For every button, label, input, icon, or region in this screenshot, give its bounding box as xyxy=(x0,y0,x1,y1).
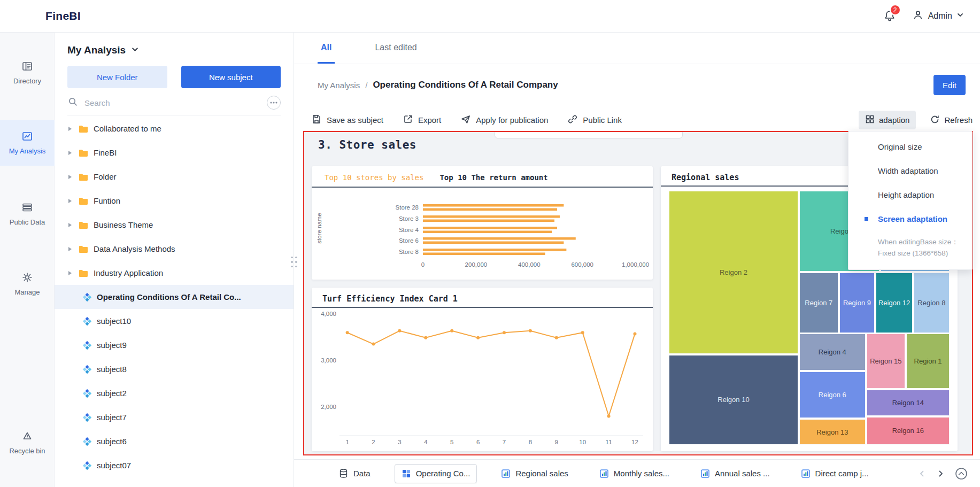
menu-item-width-adaptation[interactable]: Width adaptation xyxy=(848,159,972,183)
main-content: AllLast edited My Analysis / Operating C… xyxy=(294,33,980,487)
tree-item-subject7[interactable]: subject7 xyxy=(55,405,294,429)
treemap-tile-region-1[interactable]: Region 1 xyxy=(906,334,950,389)
dashboard-title: 3. Store sales xyxy=(318,138,416,151)
new-subject-button[interactable]: New subject xyxy=(181,66,281,88)
more-options-icon[interactable] xyxy=(267,96,281,110)
refresh-button[interactable]: Refresh xyxy=(930,114,973,126)
search-input[interactable] xyxy=(83,96,261,109)
bottom-tab-monthly-sales[interactable]: Monthly sales... xyxy=(592,464,676,483)
public-link-button[interactable]: Public Link xyxy=(567,114,622,126)
treemap-tile-region-9[interactable]: Region 9 xyxy=(839,273,875,333)
adaption-button[interactable]: adaption xyxy=(859,111,916,129)
tile-label: Reigon 10 xyxy=(717,396,749,404)
treemap-tile-reigon-2[interactable]: Reigon 2 xyxy=(669,191,798,354)
treemap-tile-region-8[interactable]: Region 8 xyxy=(914,273,950,333)
tree-item-folder[interactable]: Folder xyxy=(55,165,294,189)
expand-caret-icon[interactable] xyxy=(68,223,72,227)
svg-text:0: 0 xyxy=(421,261,425,268)
tab-last-edited[interactable]: Last edited xyxy=(372,33,420,64)
expand-caret-icon[interactable] xyxy=(68,175,72,179)
tree-item-business-theme[interactable]: Business Theme xyxy=(55,213,294,237)
adaption-note-line2: Fixed size (1366*658) xyxy=(878,248,962,259)
menu-item-original-size[interactable]: Original size xyxy=(848,135,972,159)
recycle-icon xyxy=(21,430,33,442)
export-button[interactable]: Export xyxy=(403,114,441,126)
tree-item-subject6[interactable]: subject6 xyxy=(55,429,294,453)
tree-item-funtion[interactable]: Funtion xyxy=(55,189,294,213)
bottom-tab-data[interactable]: Data xyxy=(331,463,377,483)
public-link-label: Public Link xyxy=(583,115,622,125)
chart-icon xyxy=(700,469,710,478)
expand-caret-icon[interactable] xyxy=(68,151,72,155)
tree-item-data-analysis-methods[interactable]: Data Analysis Methods xyxy=(55,237,294,261)
svg-text:6: 6 xyxy=(476,439,480,445)
treemap-tile-reigon-15[interactable]: Reigon 15 xyxy=(867,334,905,389)
apply-for-publication-button[interactable]: Apply for publication xyxy=(460,114,548,126)
menu-item-height-adaption[interactable]: Height adaption xyxy=(848,183,972,207)
tree-item-subject9[interactable]: subject9 xyxy=(55,333,294,357)
tree-item-subject8[interactable]: subject8 xyxy=(55,357,294,381)
save-as-subject-button[interactable]: Save as subject xyxy=(311,114,383,126)
svg-text:Store 4: Store 4 xyxy=(399,227,419,233)
treemap-tile-reigon-12[interactable]: Reigon 12 xyxy=(876,273,912,333)
panel-resize-handle[interactable] xyxy=(290,251,298,273)
user-menu[interactable]: Admin xyxy=(912,9,964,23)
bottom-tab-direct-camp-j[interactable]: Direct camp j... xyxy=(794,464,876,483)
chart-tab-top10-return-amount[interactable]: Top 10 The return amount xyxy=(439,173,547,182)
tile-label: Reigon 14 xyxy=(892,399,924,407)
rail-item-recycle-bin[interactable]: Recycle bin xyxy=(0,420,55,466)
rail-item-label: My Analysis xyxy=(9,147,46,155)
treemap-tile-reigon-14[interactable]: Reigon 14 xyxy=(867,390,950,416)
breadcrumb-parent[interactable]: My Analysis xyxy=(318,81,360,90)
tree-item-operating-conditions-of-a-retail-co[interactable]: Operating Conditions Of A Retail Co... xyxy=(55,285,294,309)
tab-all[interactable]: All xyxy=(318,33,335,64)
dashboard-top-control xyxy=(495,131,683,138)
directory-icon xyxy=(21,60,33,72)
view-tabs: AllLast edited xyxy=(294,33,980,64)
treemap-tile-reigon-16[interactable]: Reigon 16 xyxy=(867,417,950,445)
bottom-tab-regional-sales[interactable]: Regional sales xyxy=(494,464,575,483)
save-as-subject-label: Save as subject xyxy=(327,115,383,125)
treemap-tile-reigon-6[interactable]: Reigon 6 xyxy=(799,372,865,418)
tree-item-subject10[interactable]: subject10 xyxy=(55,309,294,333)
menu-item-label: Height adaption xyxy=(878,190,934,199)
tree-item-subject2[interactable]: subject2 xyxy=(55,381,294,405)
tree-item-label: subject6 xyxy=(97,437,127,446)
bottom-tab-annual-sales[interactable]: Annual sales ... xyxy=(693,464,777,483)
rail-item-label: Recycle bin xyxy=(9,447,45,455)
edit-button[interactable]: Edit xyxy=(933,75,966,95)
rail-item-directory[interactable]: Directory xyxy=(0,50,55,96)
treemap-tile-reigon-13[interactable]: Reigon 13 xyxy=(799,419,865,445)
tree-item-label: subject07 xyxy=(97,461,131,470)
bar-card-tabs: Top 10 stores by sales Top 10 The return… xyxy=(312,166,653,188)
rail-item-public-data[interactable]: Public Data xyxy=(0,191,55,237)
new-folder-button[interactable]: New Folder xyxy=(67,66,167,88)
expand-caret-icon[interactable] xyxy=(68,127,72,131)
rail-item-manage[interactable]: Manage xyxy=(0,261,55,307)
tree-item-industry-application[interactable]: Industry Application xyxy=(55,261,294,285)
treemap-tile-region-7[interactable]: Region 7 xyxy=(799,273,838,333)
notifications-button[interactable]: 2 xyxy=(883,9,897,23)
sidebar-title-chevron-icon[interactable] xyxy=(131,45,139,56)
folder-icon xyxy=(78,148,89,158)
chart-tab-top10-stores-by-sales[interactable]: Top 10 stores by sales xyxy=(325,173,423,182)
app-logo[interactable]: FineBI xyxy=(45,10,81,22)
treemap-tile-reigon-4[interactable]: Reigon 4 xyxy=(799,334,865,370)
tree-item-collaborated-to-me[interactable]: Collaborated to me xyxy=(55,117,294,141)
expand-caret-icon[interactable] xyxy=(68,271,72,275)
tab-scroll-left-icon[interactable] xyxy=(918,469,927,478)
tree-item-subject07[interactable]: subject07 xyxy=(55,453,294,477)
folder-icon xyxy=(78,268,89,279)
svg-text:5: 5 xyxy=(450,439,453,445)
expand-caret-icon[interactable] xyxy=(68,199,72,203)
bottom-tab-operating-co[interactable]: Operating Co... xyxy=(395,464,477,483)
tree-item-finebi[interactable]: FineBI xyxy=(55,141,294,165)
rail-item-my-analysis[interactable]: My Analysis xyxy=(0,120,55,166)
tile-label: Reigon 12 xyxy=(878,299,910,307)
tree-item-label: subject2 xyxy=(97,389,127,398)
collapse-panel-icon[interactable] xyxy=(954,467,968,481)
expand-caret-icon[interactable] xyxy=(68,247,72,251)
treemap-tile-reigon-10[interactable]: Reigon 10 xyxy=(669,355,798,445)
menu-item-screen-adaptation[interactable]: Screen adaptation xyxy=(848,207,972,231)
tab-scroll-right-icon[interactable] xyxy=(936,469,945,478)
